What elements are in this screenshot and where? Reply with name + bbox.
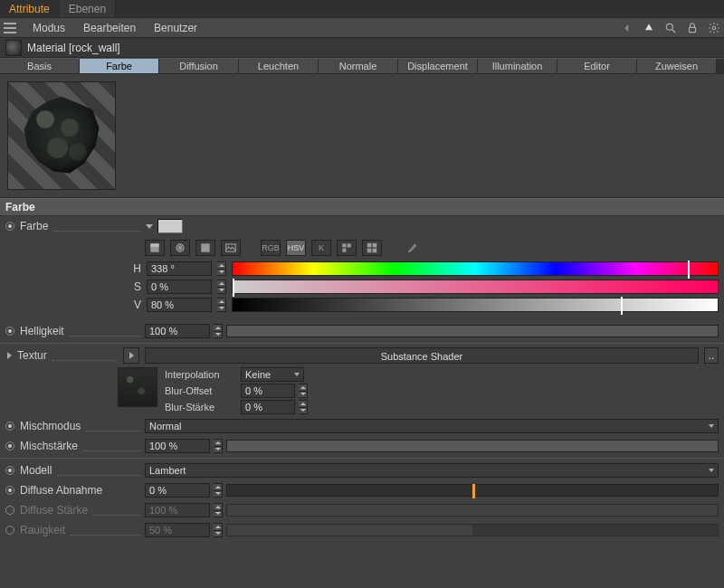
- sat-input[interactable]: 0 %: [147, 280, 212, 294]
- picker-swatches-icon[interactable]: [362, 240, 382, 256]
- diffuse-strength-slider: [226, 504, 719, 517]
- svg-rect-14: [367, 249, 372, 253]
- search-icon[interactable]: [664, 22, 677, 34]
- mixmode-dropdown[interactable]: Normal: [145, 419, 719, 433]
- svg-rect-5: [150, 243, 158, 247]
- eyedropper-icon[interactable]: [402, 240, 422, 256]
- texture-browse-button[interactable]: ..: [704, 347, 719, 364]
- picker-mixer-icon[interactable]: [337, 240, 357, 256]
- rock-preview: [21, 95, 102, 176]
- hue-input[interactable]: 338 °: [147, 261, 212, 276]
- mixmode-radio[interactable]: [5, 422, 14, 431]
- model-label: Modell: [20, 464, 52, 477]
- brightness-radio[interactable]: [5, 327, 14, 336]
- model-radio[interactable]: [5, 466, 14, 475]
- tab-farbe[interactable]: Farbe: [80, 59, 159, 73]
- diffuse-falloff-slider[interactable]: [226, 484, 719, 497]
- color-enable-radio[interactable]: [5, 222, 14, 231]
- tab-attributes[interactable]: Attribute: [0, 0, 60, 17]
- diffuse-strength-input: 100 %: [145, 503, 210, 517]
- tab-zuweisen[interactable]: Zuweisen: [637, 59, 717, 73]
- brightness-slider[interactable]: [226, 325, 719, 337]
- tab-diffusion[interactable]: Diffusion: [159, 59, 239, 73]
- menu-grip-icon[interactable]: [4, 23, 16, 33]
- mixstrength-radio[interactable]: [5, 441, 14, 450]
- picker-hsv-button[interactable]: HSV: [286, 240, 306, 256]
- texture-shader-field[interactable]: Substance Shader: [145, 347, 699, 364]
- brightness-label: Helligkeit: [20, 325, 64, 337]
- tab-leuchten[interactable]: Leuchten: [239, 59, 319, 73]
- menu-edit[interactable]: Bearbeiten: [76, 22, 143, 34]
- color-swatch[interactable]: [157, 219, 183, 233]
- blur-offset-input[interactable]: 0 %: [241, 384, 295, 398]
- diffuse-falloff-spinner[interactable]: [214, 483, 223, 498]
- blur-strength-label: Blur-Stärke: [165, 402, 237, 413]
- blur-offset-spinner[interactable]: [299, 384, 308, 398]
- sat-slider[interactable]: [232, 280, 719, 294]
- tab-basis[interactable]: Basis: [0, 59, 80, 73]
- svg-rect-12: [367, 243, 372, 248]
- blur-strength-input[interactable]: 0 %: [241, 400, 295, 414]
- menu-mode[interactable]: Modus: [25, 22, 72, 34]
- picker-swatch-icon[interactable]: [195, 240, 215, 256]
- model-dropdown[interactable]: Lambert: [145, 463, 719, 478]
- hue-slider[interactable]: [232, 261, 719, 276]
- svg-rect-2: [690, 27, 696, 32]
- menu-bar: Modus Bearbeiten Benutzer: [0, 18, 724, 38]
- blur-strength-spinner[interactable]: [299, 400, 308, 414]
- picker-spectrum-icon[interactable]: [145, 240, 165, 256]
- object-title: Material [rock_wall]: [27, 42, 120, 54]
- roughness-label: Rauigkeit: [20, 524, 65, 536]
- arrow-up-icon[interactable]: [643, 22, 655, 34]
- picker-image-icon[interactable]: [221, 240, 241, 256]
- diffuse-strength-radio: [5, 506, 14, 515]
- texture-thumbnail[interactable]: [118, 367, 157, 407]
- arrow-left-icon[interactable]: [621, 22, 634, 34]
- tab-displacement[interactable]: Displacement: [398, 59, 478, 73]
- diffuse-falloff-label: Diffuse Abnahme: [20, 484, 102, 497]
- tab-editor[interactable]: Editor: [557, 59, 637, 73]
- svg-rect-11: [342, 249, 346, 252]
- preview-area: [0, 74, 724, 198]
- svg-rect-7: [201, 243, 209, 251]
- hue-spinner[interactable]: [217, 261, 226, 276]
- blur-offset-label: Blur-Offset: [165, 385, 237, 396]
- svg-point-3: [712, 26, 716, 30]
- object-header: Material [rock_wall]: [0, 38, 724, 58]
- tab-illumination[interactable]: Illumination: [478, 59, 557, 73]
- val-slider[interactable]: [232, 298, 719, 312]
- diffuse-falloff-input[interactable]: 0 %: [145, 483, 210, 498]
- brightness-input[interactable]: 100 %: [145, 324, 210, 338]
- val-spinner[interactable]: [217, 298, 226, 312]
- val-input[interactable]: 80 %: [147, 298, 212, 312]
- texture-play-button[interactable]: [123, 347, 139, 364]
- roughness-input: 50 %: [145, 523, 210, 537]
- picker-rgb-button[interactable]: RGB: [261, 240, 281, 256]
- color-disclosure[interactable]: [145, 222, 154, 231]
- roughness-slider: [226, 524, 719, 536]
- tab-normale[interactable]: Normale: [319, 59, 398, 73]
- mixmode-label: Mischmodus: [20, 420, 81, 432]
- gear-icon[interactable]: [708, 22, 720, 34]
- interpolation-dropdown[interactable]: Keine: [241, 367, 304, 382]
- mixstrength-slider[interactable]: [226, 440, 719, 452]
- mixstrength-label: Mischstärke: [20, 440, 78, 452]
- diffuse-falloff-radio[interactable]: [5, 486, 14, 495]
- menu-user[interactable]: Benutzer: [147, 22, 205, 34]
- picker-wheel-icon[interactable]: [170, 240, 190, 256]
- mixstrength-spinner[interactable]: [214, 439, 223, 453]
- sat-spinner[interactable]: [217, 280, 226, 294]
- texture-expand-icon[interactable]: [7, 352, 12, 359]
- tab-layers[interactable]: Ebenen: [60, 0, 116, 17]
- svg-rect-9: [342, 243, 346, 247]
- texture-label: Textur: [17, 349, 47, 362]
- picker-k-button[interactable]: K: [311, 240, 331, 256]
- mixstrength-input[interactable]: 100 %: [145, 439, 210, 453]
- sat-label: S: [129, 280, 141, 293]
- color-picker-mode-row: RGB HSV K: [0, 236, 724, 260]
- material-preview[interactable]: [7, 81, 116, 190]
- interpolation-label: Interpolation: [165, 369, 237, 380]
- hue-label: H: [129, 262, 141, 275]
- lock-icon[interactable]: [686, 22, 699, 34]
- brightness-spinner[interactable]: [214, 324, 223, 338]
